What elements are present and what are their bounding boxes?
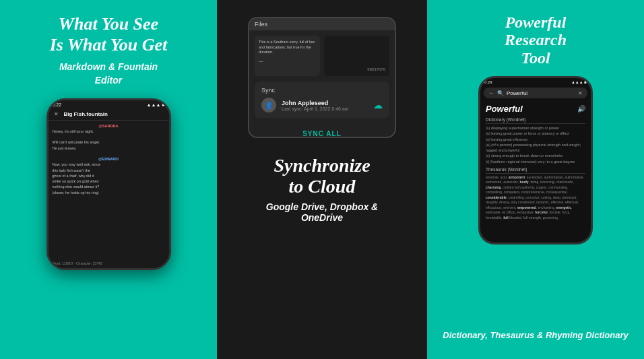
search-icon: 🔍 <box>497 90 504 96</box>
phone-header: ✕ Big Fish.fountain <box>49 108 169 121</box>
dict-status-bar: 6:29 ▲▲▲ ■ <box>480 78 591 86</box>
middle-panel: Files This is a Southern story, full of … <box>217 0 427 359</box>
cloud-sync-icon: ☁ <box>373 100 383 110</box>
word-count: Word: 116007 · Character: 23745 <box>53 261 102 265</box>
files-grid: This is a Southern story, full of lies a… <box>249 30 395 81</box>
close-icon[interactable]: ✕ <box>54 111 59 117</box>
dictionary-definitions: (s) displaying superhuman strength or po… <box>486 125 585 164</box>
sync-section: Sync 👤 John Appleseed Last sync: April 1… <box>255 81 389 118</box>
middle-bottom-text: Synchronize to Cloud Google Drive, Dropb… <box>266 156 378 223</box>
phone-status-bar: 5:22 ▲▲▲ ■ <box>49 100 169 108</box>
sync-section-label: Sync <box>261 87 383 94</box>
left-panel: What You See Is What You Get Markdown & … <box>0 0 217 359</box>
search-input[interactable]: Powerful <box>507 90 575 96</box>
sync-user-row: 👤 John Appleseed Last sync: April 1, 202… <box>261 98 383 112</box>
sync-title: Synchronize to Cloud <box>266 156 378 197</box>
file-card-2: 98237076 <box>324 36 389 76</box>
files-header: Files <box>249 18 395 30</box>
right-phone-mockup: 6:29 ▲▲▲ ■ ← 🔍 Powerful ✕ Powerful 🔊 Dic… <box>478 76 593 244</box>
dict-content: Powerful 🔊 Dictionary (Wordnet) (s) disp… <box>480 100 591 224</box>
dict-search-bar[interactable]: ← 🔍 Powerful ✕ <box>484 88 587 98</box>
screenplay-content: @SANDRA Honey, it's still your night. Wi… <box>49 121 169 198</box>
sync-user-info: John Appleseed Last sync: April 1, 2022 … <box>282 100 368 111</box>
user-avatar: 👤 <box>261 98 276 112</box>
back-arrow-icon[interactable]: ← <box>488 90 494 96</box>
right-title: Powerful Research Tool <box>505 13 567 67</box>
left-title: What You See Is What You Get <box>50 13 168 55</box>
right-panel: Powerful Research Tool 6:29 ▲▲▲ ■ ← 🔍 Po… <box>427 0 644 359</box>
speaker-icon[interactable]: 🔊 <box>577 105 585 112</box>
clear-search-icon[interactable]: ✕ <box>578 90 583 96</box>
right-subtitle: Dictionary, Thesaurus & Rhyming Dictiona… <box>443 330 628 346</box>
left-phone-mockup: 5:22 ▲▲▲ ■ ✕ Big Fish.fountain @SANDRA H… <box>46 98 171 270</box>
left-subtitle: Markdown & FountainEditor <box>59 61 158 87</box>
sync-all-button[interactable]: SYNC ALL <box>249 126 395 138</box>
files-phone: Files This is a Southern story, full of … <box>248 17 396 138</box>
thesaurus-content: absolute, acid, armpotent, ascendant, au… <box>486 175 585 221</box>
sync-subtitle: Google Drive, Dropbox &OneDrive <box>266 201 378 223</box>
file-card-1: This is a Southern story, full of lies a… <box>255 36 320 76</box>
